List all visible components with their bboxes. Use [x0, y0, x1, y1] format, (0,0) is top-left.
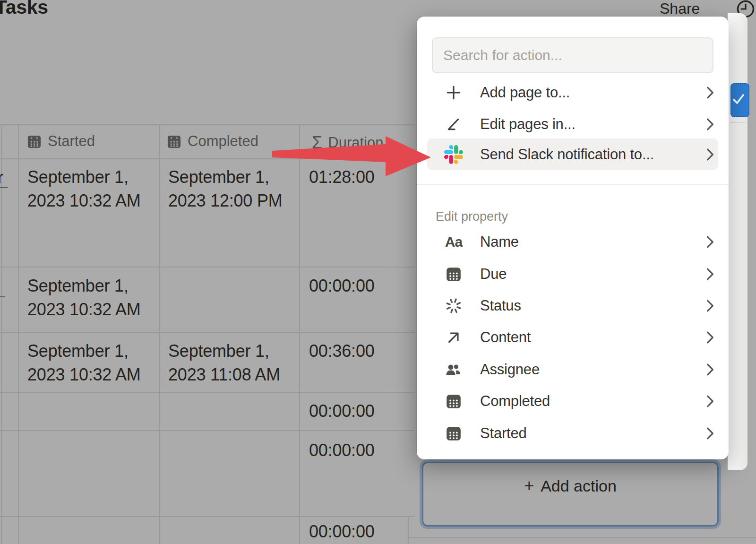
chevron-right-icon	[705, 148, 715, 161]
edit-property-section-label: Edit property	[436, 209, 508, 224]
property-item-started[interactable]: Started	[424, 417, 721, 449]
menu-item-add-page-to[interactable]: Add page to...	[424, 77, 721, 108]
menu-item-send-slack-notification[interactable]: Send Slack notification to...	[427, 138, 718, 170]
cell-duration[interactable]: 00:00:00	[309, 520, 375, 544]
property-item-completed[interactable]: Completed	[424, 385, 721, 417]
action-menu-popup: Add page to... Edit pages in...	[417, 17, 729, 459]
checkmark-icon	[732, 93, 746, 107]
cell-completed[interactable]: 2023 11:08 AM	[168, 363, 280, 387]
chevron-right-icon	[705, 299, 715, 312]
table-gridline	[0, 430, 415, 431]
cell-started[interactable]: September 1,	[27, 339, 129, 363]
plus-icon: +	[524, 476, 534, 496]
spinner-icon	[443, 295, 464, 316]
column-header-completed[interactable]: Completed	[166, 133, 258, 150]
chevron-right-icon	[705, 235, 715, 249]
cell-duration[interactable]: 00:00:00	[309, 399, 375, 423]
property-label: Due	[480, 266, 507, 283]
chevron-right-icon	[705, 268, 715, 281]
calendar-icon	[443, 264, 464, 285]
column-header-label: Completed	[188, 133, 258, 150]
menu-item-label: Add page to...	[480, 84, 570, 101]
cell-started[interactable]: 2023 10:32 AM	[27, 363, 141, 387]
table-gridline	[0, 392, 415, 393]
cell-duration[interactable]: 01:28:00	[309, 165, 375, 189]
truncated-link-underline	[0, 187, 8, 188]
column-header-duration[interactable]: Σ Duration	[312, 133, 383, 153]
cell-started[interactable]: 2023 10:32 AM	[27, 189, 141, 213]
column-header-started[interactable]: Started	[26, 133, 95, 150]
search-input[interactable]	[432, 37, 713, 73]
cell-completed[interactable]: September 1,	[168, 339, 269, 363]
menu-item-label: Send Slack notification to...	[480, 146, 654, 163]
column-header-label: Started	[48, 133, 95, 150]
slack-logo-icon	[443, 144, 464, 165]
property-label: Started	[480, 425, 527, 442]
property-label: Assignee	[480, 361, 540, 378]
share-button[interactable]: Share	[660, 0, 700, 17]
add-action-label: Add action	[541, 477, 617, 495]
table-gridline	[159, 124, 160, 544]
property-item-due[interactable]: Due	[424, 258, 721, 290]
chevron-right-icon	[705, 331, 715, 344]
table-gridline	[0, 516, 415, 517]
property-label: Completed	[480, 393, 550, 410]
property-item-content[interactable]: Content	[424, 321, 721, 353]
property-label: Name	[480, 233, 519, 250]
people-icon	[443, 359, 464, 380]
chevron-right-icon	[705, 395, 715, 408]
chevron-right-icon	[705, 427, 715, 440]
cell-completed[interactable]: 2023 12:00 PM	[168, 189, 283, 213]
property-label: Status	[480, 297, 521, 314]
cell-started[interactable]: September 1,	[27, 274, 129, 298]
panel-divider	[409, 537, 756, 538]
table-gridline	[0, 267, 415, 268]
chevron-right-icon	[705, 363, 715, 376]
edit-pen-icon	[443, 114, 464, 135]
property-item-status[interactable]: Status	[424, 290, 721, 321]
cell-duration[interactable]: 00:00:00	[309, 439, 375, 462]
screen: Tasks Share	[0, 0, 756, 544]
plus-icon	[443, 82, 464, 103]
table-gridline	[0, 124, 415, 125]
truncated-page-link[interactable]: r	[0, 168, 3, 188]
property-item-assignee[interactable]: Assignee	[424, 354, 721, 385]
text-aa-icon: Aa	[443, 232, 464, 252]
sigma-icon: Σ	[312, 133, 322, 153]
cell-duration[interactable]: 00:00:00	[309, 274, 375, 298]
table-gridline	[408, 516, 409, 544]
cell-completed[interactable]: September 1,	[168, 165, 269, 189]
truncated-link-underline	[0, 296, 5, 297]
cell-duration[interactable]: 00:36:00	[309, 339, 375, 363]
table-gridline	[18, 124, 19, 544]
arrow-up-right-icon	[443, 327, 464, 348]
cell-started[interactable]: September 1,	[27, 165, 129, 189]
menu-item-edit-pages-in[interactable]: Edit pages in...	[424, 109, 721, 140]
calendar-icon	[166, 134, 182, 149]
cell-started[interactable]: 2023 10:32 AM	[27, 298, 141, 321]
column-header-label: Duration	[328, 134, 383, 151]
calendar-icon	[443, 423, 464, 444]
chevron-right-icon	[705, 86, 715, 99]
menu-item-label: Edit pages in...	[480, 116, 576, 133]
table-gridline	[0, 332, 415, 333]
add-action-button[interactable]: + Add action	[422, 462, 719, 527]
property-item-name[interactable]: Aa Name	[424, 226, 721, 258]
property-label: Content	[480, 329, 531, 346]
page-title: Tasks	[0, 0, 48, 18]
calendar-icon	[26, 134, 42, 149]
automation-panel-edge	[728, 13, 747, 470]
chevron-right-icon	[705, 118, 715, 131]
done-button[interactable]	[730, 83, 749, 117]
panel-divider	[730, 122, 747, 123]
table-gridline	[299, 124, 300, 544]
table-gridline	[0, 158, 415, 159]
calendar-icon	[443, 391, 464, 412]
menu-separator	[417, 184, 729, 185]
